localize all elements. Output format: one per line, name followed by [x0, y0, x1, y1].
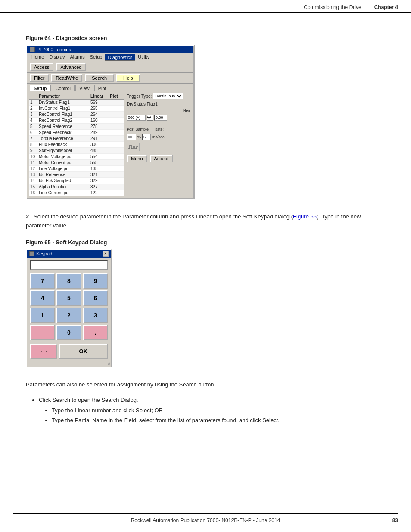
menu-accept-row: Menu Accept — [127, 155, 192, 162]
page-content: Figure 64 - Diagnostics screen PF7000 Te… — [0, 13, 411, 439]
keypad-btn-7[interactable]: 7 — [30, 273, 55, 289]
page-footer: Rockwell Automation Publication 7000-IN0… — [13, 513, 398, 523]
diag-titlebar: PF7000 Terminal - — [27, 46, 193, 53]
step2-text: 2. Select the desired parameter in the P… — [26, 212, 385, 230]
menu-setup[interactable]: Setup — [87, 54, 105, 61]
table-row[interactable]: 16Line Current pu122 — [29, 190, 124, 196]
percent-label: % — [137, 135, 141, 139]
table-row[interactable]: 2InvControl Flag1265 — [29, 106, 124, 112]
footer-center-text: Rockwell Automation Publication 7000-IN0… — [131, 517, 280, 523]
tab-view[interactable]: View — [75, 85, 93, 91]
separator — [127, 124, 192, 124]
chapter-title: Commissioning the Drive — [304, 4, 361, 10]
tab-control[interactable]: Control — [52, 85, 75, 91]
value-select[interactable] — [147, 115, 153, 121]
hex-label: Hex — [127, 109, 190, 113]
keypad-btn-6[interactable]: 6 — [83, 290, 108, 306]
keypad-close-button[interactable]: × — [103, 251, 109, 257]
col-header-param: Parameter — [39, 94, 90, 99]
table-row[interactable]: 9StatFrqVoltModel485 — [29, 148, 124, 154]
col-header-num — [30, 94, 39, 99]
diag-menubar[interactable]: Home Display Alarms Setup Diagnostics Ut… — [27, 53, 193, 62]
rate-unit-label: ms/sec — [152, 135, 165, 139]
table-row[interactable]: 4RecControl Flag2160 — [29, 118, 124, 124]
trigger-type-select[interactable]: Continuous — [153, 93, 183, 99]
help-button[interactable]: Help — [116, 74, 140, 82]
menu-alarms[interactable]: Alarms — [67, 54, 87, 61]
keypad-dialog: Keypad × 7 8 9 4 5 6 1 2 3 - 0 . — [26, 249, 112, 367]
port-sample-row: Post Sample: Rate: — [127, 127, 192, 131]
table-row[interactable]: 13Idc Reference321 — [29, 172, 124, 178]
keypad-btn-1[interactable]: 1 — [30, 308, 55, 323]
menu-button[interactable]: Menu — [127, 155, 147, 162]
menu-utility[interactable]: Utility — [135, 54, 152, 61]
keypad-btn-4[interactable]: 4 — [30, 290, 55, 306]
sub-bullet-list: Type the Linear number and click Select;… — [52, 405, 385, 426]
value-right-input[interactable] — [154, 115, 167, 121]
table-row[interactable]: 12Line Voltage pu135 — [29, 166, 124, 172]
keypad-btn-dot[interactable]: . — [83, 325, 108, 340]
diag-toolbar-row2: Filter ReadWrite Search Help — [27, 73, 193, 84]
advanced-button[interactable]: Advanced — [56, 63, 86, 71]
keypad-btn-5[interactable]: 5 — [56, 290, 81, 306]
keypad-btn-2[interactable]: 2 — [56, 308, 81, 323]
port-input[interactable] — [127, 134, 136, 140]
port-rate-row: % ms/sec — [127, 134, 192, 140]
search-body-text: Parameters can also be selected for assi… — [26, 380, 385, 389]
diag-titlebar-icon — [30, 47, 35, 52]
figure64-caption: Figure 64 - Diagnostics screen — [26, 35, 385, 41]
trigger-type-row: Trigger Type: Continuous — [127, 93, 192, 99]
table-row[interactable]: 8Flux Feedback306 — [29, 142, 124, 148]
port-sample-label: Post Sample: — [127, 127, 150, 131]
table-row[interactable]: 15Alpha Rectifier327 — [29, 184, 124, 190]
keypad-btn-minus[interactable]: - — [30, 325, 55, 340]
keypad-btn-9[interactable]: 9 — [83, 273, 108, 289]
table-row[interactable]: 7Torque Reference291 — [29, 136, 124, 142]
menu-diagnostics[interactable]: Diagnostics — [105, 54, 135, 61]
tab-setup[interactable]: Setup — [30, 85, 51, 91]
keypad-bottom-row: ←- OK — [27, 342, 111, 361]
bullet-main: Click Search to open the Search Dialog. … — [39, 395, 385, 425]
keypad-grid: 7 8 9 4 5 6 1 2 3 - 0 . — [27, 271, 111, 342]
keypad-titlebar: Keypad × — [27, 250, 111, 258]
keypad-btn-3[interactable]: 3 — [83, 308, 108, 323]
figure65-link[interactable]: Figure 65 — [293, 213, 317, 220]
table-row[interactable]: 6Speed Feedback289 — [29, 130, 124, 136]
diag-tabs: Setup Control View Plot — [27, 84, 193, 91]
filter-button[interactable]: Filter — [30, 74, 49, 82]
readwrite-button[interactable]: ReadWrite — [51, 74, 82, 82]
rate-input[interactable] — [142, 134, 151, 140]
menu-display[interactable]: Display — [47, 54, 67, 61]
diag-right-panel: Trigger Type: Continuous DrvStatus Flag1… — [127, 93, 192, 196]
keypad-ok-button[interactable]: OK — [59, 344, 108, 359]
keypad-resize-corner: // — [27, 361, 111, 367]
diagnostics-screenshot: PF7000 Terminal - Home Display Alarms Se… — [26, 45, 195, 199]
table-row[interactable]: 11Motor Current pu555 — [29, 160, 124, 166]
keypad-btn-0[interactable]: 0 — [56, 325, 81, 340]
value-left-input[interactable] — [127, 115, 146, 121]
menu-home[interactable]: Home — [29, 54, 47, 61]
chapter-number: Chapter 4 — [374, 4, 398, 10]
keypad-title-left: Keypad — [29, 251, 52, 256]
col-header-linear: Linear — [90, 94, 110, 99]
accept-button[interactable]: Accept — [150, 155, 173, 162]
table-row[interactable]: 5Speed Reference278 — [29, 124, 124, 130]
keypad-display[interactable] — [30, 260, 108, 270]
step-number: 2. — [26, 213, 31, 220]
search-button[interactable]: Search — [85, 74, 114, 82]
trigger-type-label: Trigger Type: — [127, 94, 152, 99]
waveform-icon-area — [127, 143, 140, 151]
table-row[interactable]: 3RecControl Flag1264 — [29, 112, 124, 118]
tab-plot[interactable]: Plot — [94, 85, 110, 91]
sub-bullet-2: Type the Partial Name in the Field, sele… — [52, 415, 385, 425]
table-row[interactable]: 10Motor Voltage pu554 — [29, 154, 124, 160]
keypad-icon — [29, 251, 34, 256]
keypad-btn-8[interactable]: 8 — [56, 273, 81, 289]
value-row — [127, 115, 192, 121]
table-row[interactable]: 14Idc Fbk Sampled329 — [29, 178, 124, 184]
figure65-caption: Figure 65 - Soft Keypad Dialog — [26, 239, 385, 246]
table-row[interactable]: 1DrvStatus Flag1569 — [29, 100, 124, 106]
keypad-backspace-button[interactable]: ←- — [30, 344, 57, 359]
waveform-icon — [128, 143, 138, 150]
access-button[interactable]: Access — [30, 63, 53, 71]
